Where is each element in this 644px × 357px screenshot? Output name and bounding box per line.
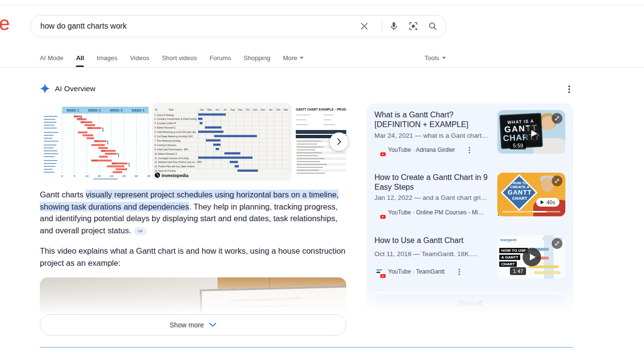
svg-text:Dec: Dec: [261, 108, 265, 111]
duration-badge: 1:47: [510, 267, 526, 275]
video-source[interactable]: YouTube · Adriana Girdler: [374, 145, 474, 155]
channel-avatar: [374, 267, 384, 276]
thumbnail-sign: HOW TO CREATE A GANTT CHART: [501, 181, 538, 201]
tab-more[interactable]: More: [283, 49, 304, 67]
svg-text:1. Vision & Strategy: 1. Vision & Strategy: [154, 114, 174, 116]
svg-text:WEEK 3: WEEK 3: [110, 109, 122, 112]
tab-short-videos[interactable]: Short videos: [162, 49, 197, 67]
panel-divider: [374, 290, 565, 290]
google-logo-fragment[interactable]: e: [0, 13, 10, 34]
video-thumbnail[interactable]: WHAT IS A GANTT CHART? 5:59: [497, 110, 565, 154]
chevron-down-icon: [442, 57, 446, 59]
inline-video-preview[interactable]: [40, 277, 346, 315]
teamgantt-brand: teamgantt: [500, 238, 516, 242]
svg-text:7. Plan Marketing Strategy: 7. Plan Marketing Strategy: [154, 140, 181, 142]
svg-text:6. 2nd Stage Marketing includ: 6. 2nd Stage Marketing including LVAC: [154, 135, 193, 138]
svg-text:Sep: Sep: [238, 108, 242, 111]
svg-text:20: 20: [110, 175, 113, 178]
play-icon: [525, 125, 542, 142]
channel-avatar: [374, 208, 384, 217]
svg-text:10. Market Research 2: 10. Market Research 2: [154, 153, 177, 155]
tab-all[interactable]: All: [76, 49, 84, 67]
youtube-badge-icon: [380, 152, 386, 156]
svg-text:Apr: Apr: [200, 108, 204, 111]
svg-text:WEEK 1: WEEK 1: [67, 109, 79, 112]
svg-text:WEEK 4: WEEK 4: [132, 109, 144, 112]
video-title[interactable]: What is a Gantt Chart? [DEFINITION + EXA…: [374, 110, 491, 129]
tab-forums[interactable]: Forums: [209, 49, 231, 67]
search-icon[interactable]: [427, 20, 439, 32]
play-icon: [523, 248, 541, 266]
video-source[interactable]: YouTube · Online PM Courses - Mi…: [374, 208, 502, 217]
top-hairline: [0, 5, 644, 5]
svg-text:WEEK 2: WEEK 2: [88, 109, 101, 112]
svg-text:ID: ID: [155, 108, 157, 111]
videos-panel: What is a Gantt Chart? [DEFINITION + EXA…: [367, 103, 573, 312]
search-input[interactable]: [40, 22, 358, 31]
ai-overview-menu-icon[interactable]: [564, 84, 574, 94]
svg-text:Jun: Jun: [215, 108, 219, 111]
search-bar[interactable]: [30, 15, 447, 37]
video-thumbnail[interactable]: HOW TO CREATE A GANTT CHART 40s: [497, 173, 565, 216]
show-all-button[interactable]: Show all: [374, 294, 565, 312]
expand-icon: [552, 113, 562, 124]
google-search-results-page: e AI Mode: [0, 0, 644, 357]
svg-text:14. Apply for Funding: 14. Apply for Funding: [154, 170, 176, 172]
ai-overview-image-carousel: WEEK 1 WEEK 2 WEEK 3 WEEK 4: [40, 103, 346, 180]
svg-text:4. Market Research 1: 4. Market Research 1: [154, 127, 176, 129]
tab-images[interactable]: Images: [97, 49, 118, 67]
svg-text:Feb: Feb: [276, 108, 281, 111]
tab-ai-mode[interactable]: AI Mode: [40, 49, 63, 67]
carousel-image-investopedia-gantt[interactable]: ID Task Apr May Jun Jul Aug Sep Oct Nov …: [152, 103, 292, 180]
svg-text:2. Company Incorporation & In: 2. Company Incorporation & Initial Fundi…: [154, 118, 197, 120]
tabs-divider: [0, 67, 644, 68]
tab-videos[interactable]: Videos: [130, 49, 150, 67]
svg-text:Jan: Jan: [269, 108, 272, 111]
search-bar-icons: [358, 20, 439, 32]
duration-badge: 5:59: [510, 142, 526, 149]
carousel-next-button[interactable]: [330, 132, 348, 151]
link-icon: [137, 228, 144, 234]
tab-shopping[interactable]: Shopping: [244, 49, 271, 67]
ai-overview-paragraph-2: This video explains what a Gantt chart i…: [40, 245, 347, 269]
svg-text:Jul: Jul: [223, 108, 226, 111]
duration-badge: 40s: [536, 198, 559, 207]
citation-link-chip[interactable]: [134, 227, 147, 235]
svg-text:11. Investigate Sources of Fun: 11. Investigate Sources of Funding: [154, 157, 189, 160]
video-thumbnail[interactable]: teamgantt HOW TO USE A GANTT CHART 1:47: [497, 235, 565, 279]
video-menu-icon[interactable]: [455, 268, 463, 276]
svg-text:Nov: Nov: [253, 108, 257, 111]
svg-text:13. Finalize Plan with Key Sta: 13. Finalize Plan with Key Stake Holders: [154, 165, 195, 168]
result-type-tabs: AI Mode All Images Videos Short videos F…: [40, 49, 304, 67]
svg-text:25: 25: [122, 175, 126, 178]
svg-text:Oct: Oct: [246, 108, 250, 111]
sparkle-icon: [40, 83, 50, 94]
clear-search-icon[interactable]: [358, 20, 370, 32]
channel-avatar: [374, 145, 384, 155]
svg-text:3. Consider LLMAs IP: 3. Consider LLMAs IP: [154, 122, 176, 125]
show-more-button[interactable]: Show more: [40, 314, 346, 336]
ai-overview-title: AI Overview: [55, 84, 96, 93]
video-source[interactable]: YouTube · TeamGantt: [374, 267, 463, 276]
google-lens-icon[interactable]: [407, 20, 419, 32]
video-menu-icon[interactable]: [466, 146, 474, 154]
svg-text:15: 15: [98, 175, 101, 178]
svg-text:May: May: [207, 108, 212, 111]
video-snippet: Mar 24, 2021 — what is a Gant chart…: [374, 132, 496, 139]
svg-text:30: 30: [135, 175, 138, 178]
microphone-icon[interactable]: [388, 20, 400, 32]
video-title[interactable]: How to Use a Gantt Chart: [374, 236, 491, 245]
svg-text:Task: Task: [169, 108, 174, 111]
ai-overview-header: AI Overview: [40, 83, 96, 94]
tools-button[interactable]: Tools: [424, 49, 446, 67]
youtube-badge-icon: [380, 215, 386, 219]
video-title[interactable]: How to Create a Gantt Chart in 9 Easy St…: [374, 173, 491, 192]
video-snippet: Jan 12, 2022 — and a Gant chart gri…: [374, 194, 496, 201]
youtube-badge-icon: [380, 274, 386, 278]
ai-overview-bottom-divider: [40, 347, 573, 348]
svg-text:8. Costing of Services: 8. Costing of Services: [154, 144, 176, 146]
expand-icon: [552, 176, 562, 186]
chevron-down-icon: [300, 57, 304, 59]
video-snippet: Oct 11, 2016 — TeamGantt. 18K.…: [374, 250, 496, 258]
carousel-image-week-gantt[interactable]: WEEK 1 WEEK 2 WEEK 3 WEEK 4: [40, 103, 151, 180]
